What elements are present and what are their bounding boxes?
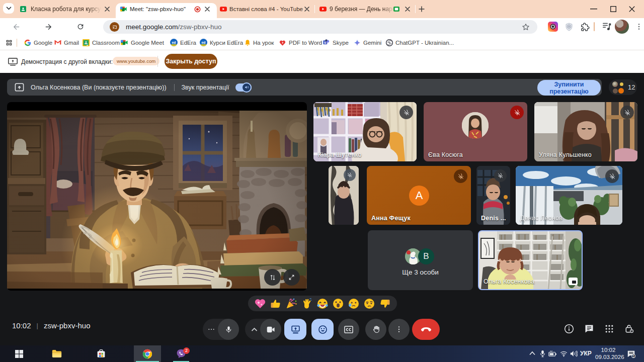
svg-text:ed: ed (201, 41, 205, 44)
svg-text:S: S (324, 41, 326, 44)
svg-text:ed: ed (172, 41, 176, 44)
svg-text:5: 5 (632, 354, 634, 358)
